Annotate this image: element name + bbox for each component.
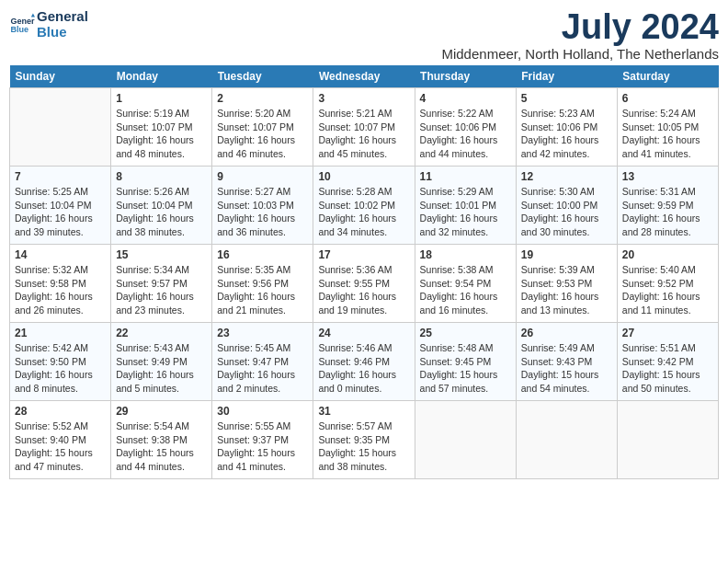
day-number: 9 bbox=[217, 170, 308, 183]
week-row-4: 21Sunrise: 5:42 AM Sunset: 9:50 PM Dayli… bbox=[10, 323, 719, 401]
day-number: 30 bbox=[217, 405, 308, 418]
day-info: Sunrise: 5:57 AM Sunset: 9:35 PM Dayligh… bbox=[318, 419, 409, 474]
day-info: Sunrise: 5:24 AM Sunset: 10:05 PM Daylig… bbox=[622, 107, 713, 161]
day-number: 15 bbox=[116, 248, 207, 261]
weekday-header-row: Sunday Monday Tuesday Wednesday Thursday… bbox=[10, 65, 719, 88]
day-cell-w1-d1: 1Sunrise: 5:19 AM Sunset: 10:07 PM Dayli… bbox=[111, 88, 212, 167]
header-friday: Friday bbox=[516, 65, 617, 88]
day-number: 23 bbox=[217, 327, 308, 339]
day-number: 25 bbox=[420, 327, 511, 339]
day-number: 26 bbox=[521, 327, 612, 339]
day-number: 29 bbox=[116, 405, 207, 418]
day-number: 28 bbox=[15, 405, 106, 418]
logo: General Blue General Blue bbox=[9, 9, 88, 40]
day-number: 2 bbox=[217, 92, 308, 105]
day-info: Sunrise: 5:28 AM Sunset: 10:02 PM Daylig… bbox=[318, 185, 409, 239]
day-cell-w1-d0 bbox=[10, 88, 111, 167]
day-cell-w4-d2: 23Sunrise: 5:45 AM Sunset: 9:47 PM Dayli… bbox=[212, 323, 313, 401]
day-cell-w2-d4: 11Sunrise: 5:29 AM Sunset: 10:01 PM Dayl… bbox=[415, 167, 516, 245]
day-number: 3 bbox=[318, 92, 409, 105]
day-number: 12 bbox=[521, 170, 612, 183]
day-cell-w1-d5: 5Sunrise: 5:23 AM Sunset: 10:06 PM Dayli… bbox=[516, 88, 617, 167]
day-cell-w3-d4: 18Sunrise: 5:38 AM Sunset: 9:54 PM Dayli… bbox=[415, 245, 516, 323]
day-info: Sunrise: 5:36 AM Sunset: 9:55 PM Dayligh… bbox=[318, 263, 409, 317]
day-info: Sunrise: 5:30 AM Sunset: 10:00 PM Daylig… bbox=[521, 185, 612, 239]
day-cell-w5-d4 bbox=[415, 401, 516, 479]
logo-icon: General Blue bbox=[9, 12, 35, 38]
day-number: 20 bbox=[622, 248, 713, 261]
day-cell-w1-d6: 6Sunrise: 5:24 AM Sunset: 10:05 PM Dayli… bbox=[617, 88, 718, 167]
day-info: Sunrise: 5:25 AM Sunset: 10:04 PM Daylig… bbox=[15, 185, 106, 239]
day-info: Sunrise: 5:43 AM Sunset: 9:49 PM Dayligh… bbox=[116, 341, 207, 396]
day-cell-w1-d4: 4Sunrise: 5:22 AM Sunset: 10:06 PM Dayli… bbox=[415, 88, 516, 167]
day-info: Sunrise: 5:35 AM Sunset: 9:56 PM Dayligh… bbox=[217, 263, 308, 317]
day-info: Sunrise: 5:52 AM Sunset: 9:40 PM Dayligh… bbox=[15, 419, 106, 474]
day-cell-w2-d0: 7Sunrise: 5:25 AM Sunset: 10:04 PM Dayli… bbox=[10, 167, 111, 245]
day-cell-w5-d1: 29Sunrise: 5:54 AM Sunset: 9:38 PM Dayli… bbox=[111, 401, 212, 479]
day-cell-w2-d5: 12Sunrise: 5:30 AM Sunset: 10:00 PM Dayl… bbox=[516, 167, 617, 245]
day-info: Sunrise: 5:19 AM Sunset: 10:07 PM Daylig… bbox=[116, 107, 207, 161]
svg-text:General: General bbox=[10, 16, 35, 25]
title-block: July 2024 Middenmeer, North Holland, The… bbox=[441, 9, 719, 62]
day-info: Sunrise: 5:22 AM Sunset: 10:06 PM Daylig… bbox=[420, 107, 511, 161]
day-cell-w5-d2: 30Sunrise: 5:55 AM Sunset: 9:37 PM Dayli… bbox=[212, 401, 313, 479]
day-info: Sunrise: 5:46 AM Sunset: 9:46 PM Dayligh… bbox=[318, 341, 409, 396]
day-cell-w4-d3: 24Sunrise: 5:46 AM Sunset: 9:46 PM Dayli… bbox=[313, 323, 415, 401]
day-number: 27 bbox=[622, 327, 713, 339]
svg-text:Blue: Blue bbox=[10, 25, 28, 34]
day-info: Sunrise: 5:55 AM Sunset: 9:37 PM Dayligh… bbox=[217, 419, 308, 474]
day-cell-w4-d0: 21Sunrise: 5:42 AM Sunset: 9:50 PM Dayli… bbox=[10, 323, 111, 401]
week-row-3: 14Sunrise: 5:32 AM Sunset: 9:58 PM Dayli… bbox=[10, 245, 719, 323]
day-number: 22 bbox=[116, 327, 207, 339]
day-cell-w2-d6: 13Sunrise: 5:31 AM Sunset: 9:59 PM Dayli… bbox=[617, 167, 718, 245]
day-cell-w3-d0: 14Sunrise: 5:32 AM Sunset: 9:58 PM Dayli… bbox=[10, 245, 111, 323]
day-number: 4 bbox=[420, 92, 511, 105]
day-info: Sunrise: 5:39 AM Sunset: 9:53 PM Dayligh… bbox=[521, 263, 612, 317]
day-number: 5 bbox=[521, 92, 612, 105]
page-header: General Blue General Blue July 2024 Midd… bbox=[9, 9, 719, 62]
day-number: 17 bbox=[318, 248, 409, 261]
week-row-5: 28Sunrise: 5:52 AM Sunset: 9:40 PM Dayli… bbox=[10, 401, 719, 479]
day-cell-w4-d5: 26Sunrise: 5:49 AM Sunset: 9:43 PM Dayli… bbox=[516, 323, 617, 401]
header-thursday: Thursday bbox=[415, 65, 516, 88]
day-number: 24 bbox=[318, 327, 409, 339]
day-cell-w3-d3: 17Sunrise: 5:36 AM Sunset: 9:55 PM Dayli… bbox=[313, 245, 415, 323]
day-info: Sunrise: 5:32 AM Sunset: 9:58 PM Dayligh… bbox=[15, 263, 106, 317]
day-info: Sunrise: 5:54 AM Sunset: 9:38 PM Dayligh… bbox=[116, 419, 207, 474]
day-number: 11 bbox=[420, 170, 511, 183]
day-cell-w5-d0: 28Sunrise: 5:52 AM Sunset: 9:40 PM Dayli… bbox=[10, 401, 111, 479]
day-number: 14 bbox=[15, 248, 106, 261]
day-cell-w4-d4: 25Sunrise: 5:48 AM Sunset: 9:45 PM Dayli… bbox=[415, 323, 516, 401]
week-row-1: 1Sunrise: 5:19 AM Sunset: 10:07 PM Dayli… bbox=[10, 88, 719, 167]
day-info: Sunrise: 5:45 AM Sunset: 9:47 PM Dayligh… bbox=[217, 341, 308, 396]
day-info: Sunrise: 5:29 AM Sunset: 10:01 PM Daylig… bbox=[420, 185, 511, 239]
header-tuesday: Tuesday bbox=[212, 65, 313, 88]
day-info: Sunrise: 5:42 AM Sunset: 9:50 PM Dayligh… bbox=[15, 341, 106, 396]
day-number: 19 bbox=[521, 248, 612, 261]
day-cell-w1-d2: 2Sunrise: 5:20 AM Sunset: 10:07 PM Dayli… bbox=[212, 88, 313, 167]
day-cell-w2-d2: 9Sunrise: 5:27 AM Sunset: 10:03 PM Dayli… bbox=[212, 167, 313, 245]
day-info: Sunrise: 5:20 AM Sunset: 10:07 PM Daylig… bbox=[217, 107, 308, 161]
day-number: 16 bbox=[217, 248, 308, 261]
day-number: 6 bbox=[622, 92, 713, 105]
day-info: Sunrise: 5:40 AM Sunset: 9:52 PM Dayligh… bbox=[622, 263, 713, 317]
day-info: Sunrise: 5:31 AM Sunset: 9:59 PM Dayligh… bbox=[622, 185, 713, 239]
day-info: Sunrise: 5:48 AM Sunset: 9:45 PM Dayligh… bbox=[420, 341, 511, 396]
week-row-2: 7Sunrise: 5:25 AM Sunset: 10:04 PM Dayli… bbox=[10, 167, 719, 245]
day-number: 1 bbox=[116, 92, 207, 105]
calendar-table: Sunday Monday Tuesday Wednesday Thursday… bbox=[9, 65, 719, 479]
day-number: 18 bbox=[420, 248, 511, 261]
day-number: 21 bbox=[15, 327, 106, 339]
day-number: 7 bbox=[15, 170, 106, 183]
day-info: Sunrise: 5:49 AM Sunset: 9:43 PM Dayligh… bbox=[521, 341, 612, 396]
header-saturday: Saturday bbox=[617, 65, 718, 88]
day-cell-w3-d6: 20Sunrise: 5:40 AM Sunset: 9:52 PM Dayli… bbox=[617, 245, 718, 323]
day-cell-w2-d3: 10Sunrise: 5:28 AM Sunset: 10:02 PM Dayl… bbox=[313, 167, 415, 245]
day-number: 31 bbox=[318, 405, 409, 418]
day-info: Sunrise: 5:34 AM Sunset: 9:57 PM Dayligh… bbox=[116, 263, 207, 317]
header-wednesday: Wednesday bbox=[313, 65, 415, 88]
day-cell-w4-d1: 22Sunrise: 5:43 AM Sunset: 9:49 PM Dayli… bbox=[111, 323, 212, 401]
day-cell-w5-d5 bbox=[516, 401, 617, 479]
day-info: Sunrise: 5:38 AM Sunset: 9:54 PM Dayligh… bbox=[420, 263, 511, 317]
day-cell-w1-d3: 3Sunrise: 5:21 AM Sunset: 10:07 PM Dayli… bbox=[313, 88, 415, 167]
